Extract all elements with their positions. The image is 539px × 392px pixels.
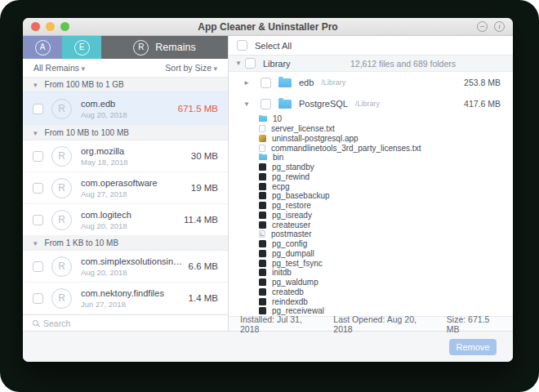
item-date: Jun 27, 2018 <box>81 300 184 309</box>
remains-badge-icon <box>51 288 72 309</box>
status-installed: Installed: Jul 31, 2018 <box>240 314 318 334</box>
file-row[interactable]: ecpg <box>259 181 513 191</box>
remains-row-com-operasoftware[interactable]: com.operasoftware Aug 27, 2018 19 MB <box>23 172 228 204</box>
app-icon <box>259 135 266 142</box>
file-row[interactable]: reindexdb <box>259 296 513 306</box>
search-input[interactable] <box>43 318 218 328</box>
file-row[interactable]: server_license.txt <box>259 124 513 134</box>
folder-icon <box>278 78 292 87</box>
tree-folder-edb[interactable]: edb /Library 253.8 MB <box>229 72 513 93</box>
checkbox[interactable] <box>261 78 271 88</box>
file-row[interactable]: pg_restore <box>259 201 513 211</box>
tree-folder-postgresql[interactable]: PostgreSQL /Library 417.6 MB <box>229 93 513 114</box>
details-panel: Select All Library 12,612 files and 689 … <box>229 36 513 331</box>
tab-remains[interactable]: Remains <box>101 36 228 59</box>
file-name: pg_isready <box>272 211 312 220</box>
tab-applications[interactable] <box>23 36 62 59</box>
remove-button[interactable]: Remove <box>449 339 497 355</box>
file-name: pg_config <box>272 239 307 248</box>
file-name: pg_basebackup <box>272 191 330 200</box>
folder-name: edb <box>299 78 314 87</box>
file-row[interactable]: pg_config <box>259 239 513 249</box>
remains-badge-icon <box>51 99 72 119</box>
select-all-row[interactable]: Select All <box>229 36 513 56</box>
tree-root-library[interactable]: Library 12,612 files and 689 folders <box>229 56 513 72</box>
checkbox[interactable] <box>33 215 43 225</box>
file-row[interactable]: pg_basebackup <box>259 191 513 201</box>
remains-row-org-mozilla[interactable]: org.mozilla May 18, 2018 30 MB <box>23 140 228 172</box>
folder-name: Library <box>263 59 291 69</box>
select-all-checkbox[interactable] <box>237 40 247 51</box>
status-bar: Installed: Jul 31, 2018 Last Opened: Aug… <box>229 316 513 331</box>
filter-dropdown[interactable]: All Remains <box>33 63 85 73</box>
checkbox[interactable] <box>33 183 43 194</box>
item-name: com.nektony.findfiles <box>81 288 184 298</box>
app-window: App Cleaner & Uninstaller Pro Remains <box>23 18 513 362</box>
sort-dropdown[interactable]: Sort by Size <box>165 63 217 73</box>
status-last-opened: Last Opened: Aug 20, 2018 <box>333 314 432 334</box>
checkbox[interactable] <box>33 104 43 114</box>
remains-row-com-nektony-findfiles[interactable]: com.nektony.findfiles Jun 27, 2018 1.4 M… <box>23 283 228 314</box>
remains-row-com-edb[interactable]: com.edb Aug 20, 2018 671.5 MB <box>23 92 228 126</box>
executable-icon <box>259 260 266 267</box>
folder-info: 12,612 files and 689 folders <box>350 59 456 69</box>
executable-icon <box>259 298 266 305</box>
file-row[interactable]: createuser <box>259 220 513 229</box>
remains-badge-icon <box>51 178 72 198</box>
executable-icon <box>259 173 266 180</box>
file-name: createdb <box>272 287 304 296</box>
item-date: May 18, 2018 <box>81 158 186 167</box>
file-tree: Library 12,612 files and 689 folders edb… <box>229 56 513 316</box>
chevron-right-icon[interactable] <box>243 79 253 87</box>
file-name: ecpg <box>272 182 290 191</box>
file-list: 10 server_license.txt uninstall-postgres… <box>229 114 513 316</box>
file-row[interactable]: initdb <box>259 268 513 278</box>
chevron-down-icon[interactable] <box>243 100 253 108</box>
file-row[interactable]: pg_standby <box>259 163 513 172</box>
item-date: Aug 20, 2018 <box>81 268 184 277</box>
executable-icon <box>259 221 266 229</box>
file-row[interactable]: pg_rewind <box>259 172 513 182</box>
file-row[interactable]: postmaster <box>259 229 513 239</box>
file-row[interactable]: uninstall-postgresql.app <box>259 134 513 144</box>
section-header[interactable]: From 100 MB to 1 GB <box>23 78 228 92</box>
item-name: org.mozilla <box>81 146 186 156</box>
item-size: 671.5 MB <box>178 104 218 114</box>
tab-extensions[interactable] <box>62 36 101 59</box>
file-name: pg_waldump <box>272 278 318 287</box>
checkbox[interactable] <box>33 261 43 272</box>
file-row[interactable]: createdb <box>259 287 513 297</box>
file-row[interactable]: pg_isready <box>259 211 513 220</box>
file-name: createuser <box>272 220 310 229</box>
checkbox[interactable] <box>33 293 43 304</box>
info-circle-icon[interactable] <box>494 21 505 32</box>
checkbox[interactable] <box>245 58 256 69</box>
sidebar: Remains All Remains Sort by Size From 10… <box>23 36 229 331</box>
file-row[interactable]: 10 <box>259 114 513 124</box>
remains-row-com-simplexsolutionsinc[interactable]: com.simplexsolutionsinc.vpnguar… Aug 20,… <box>23 251 228 283</box>
executable-icon <box>259 278 266 286</box>
section-header[interactable]: From 10 MB to 100 MB <box>23 126 228 140</box>
bottom-bar: Remove <box>23 331 513 362</box>
checkbox[interactable] <box>33 151 43 162</box>
tab-bar: Remains <box>23 36 228 59</box>
title-bar[interactable]: App Cleaner & Uninstaller Pro <box>23 18 513 36</box>
file-row[interactable]: pg_test_fsync <box>259 258 513 268</box>
file-row[interactable]: pg_dumpall <box>259 249 513 259</box>
file-name: uninstall-postgresql.app <box>272 134 359 143</box>
file-row[interactable]: commandlinetools_3rd_party_licenses.txt <box>259 143 513 153</box>
filter-bar: All Remains Sort by Size <box>23 59 228 78</box>
checkbox[interactable] <box>261 99 271 109</box>
executable-icon <box>259 163 266 171</box>
item-size: 19 MB <box>191 183 218 193</box>
remains-icon <box>133 40 149 56</box>
remains-row-com-logitech[interactable]: com.logitech Aug 20, 2018 11.4 MB <box>23 204 228 236</box>
section-header[interactable]: From 1 KB to 10 MB <box>23 236 228 251</box>
file-row[interactable]: bin <box>259 153 513 163</box>
remains-list: From 100 MB to 1 GB com.edb Aug 20, 2018… <box>23 78 228 314</box>
eject-circle-icon[interactable] <box>477 21 488 32</box>
file-name: pg_restore <box>272 201 311 210</box>
item-size: 11.4 MB <box>184 215 218 225</box>
chevron-down-icon[interactable] <box>235 60 245 67</box>
file-row[interactable]: pg_waldump <box>259 278 513 287</box>
